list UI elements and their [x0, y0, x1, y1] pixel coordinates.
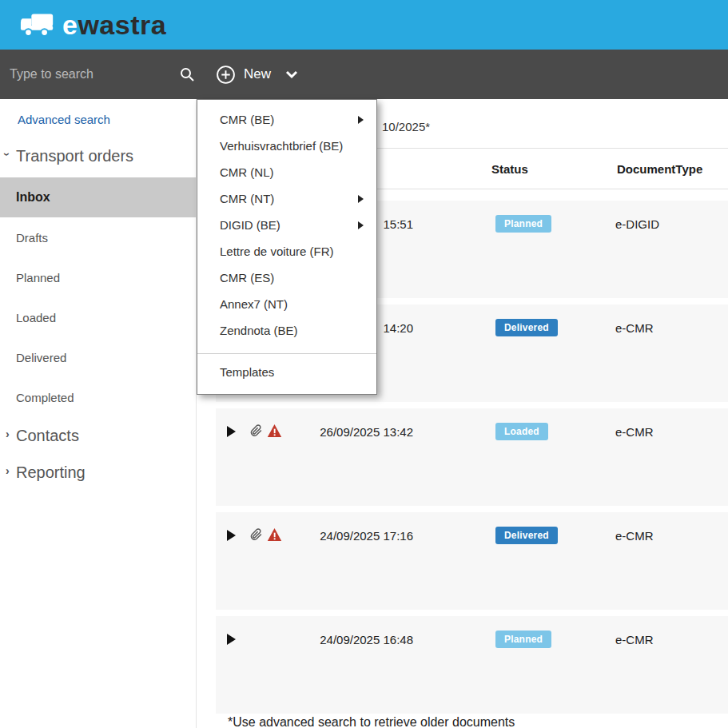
row-expander-icon[interactable]: [227, 530, 236, 541]
row-documenttype: e-DIGID: [615, 217, 659, 231]
sidebar-section-contacts[interactable]: › Contacts: [0, 417, 196, 454]
status-badge: Loaded: [495, 423, 548, 440]
menu-item-cmr-be-[interactable]: CMR (BE): [197, 106, 376, 133]
row-expander-icon[interactable]: [227, 634, 236, 645]
submenu-arrow-icon: [358, 195, 364, 203]
menu-item-digid-be-[interactable]: DIGID (BE): [197, 212, 376, 238]
search-box[interactable]: [0, 50, 197, 99]
new-dropdown-menu: CMR (BE) Verhuisvrachtbrief (BE) CMR (NL…: [197, 99, 377, 395]
app-header: ewastra: [0, 0, 728, 50]
menu-item-label: Lettre de voiture (FR): [220, 245, 334, 258]
sidebar-section-transport-orders[interactable]: › Transport orders: [0, 137, 196, 174]
chevron-down-icon[interactable]: [285, 70, 298, 79]
menu-item-label: CMR (BE): [220, 113, 274, 126]
truck-logo-icon: [19, 10, 56, 39]
contacts-label: Contacts: [16, 427, 79, 445]
menu-item-label: CMR (ES): [220, 271, 274, 284]
brand-wordmark-rest: wastra: [78, 10, 166, 40]
sidebar-item-label: Inbox: [16, 190, 50, 205]
advanced-search-link[interactable]: Advanced search: [18, 113, 110, 126]
menu-item-verhuisvrachtbrief-be-[interactable]: Verhuisvrachtbrief (BE): [197, 133, 376, 159]
column-header-documenttype: DocumentType: [617, 162, 702, 176]
table-row[interactable]: 24/09/2025 16:48 Planned e-CMR: [216, 616, 728, 714]
menu-item-label: CMR (NL): [220, 165, 274, 179]
status-badge: Delivered: [495, 527, 558, 544]
row-datetime: 24/09/2025 16:48: [288, 633, 413, 646]
paperclip-icon: [249, 424, 263, 440]
sidebar-item-label: Drafts: [16, 231, 48, 245]
advanced-search-footnote: *Use advanced search to retrieve older d…: [228, 715, 515, 728]
sidebar-item-label: Completed: [16, 391, 74, 404]
row-documenttype: e-CMR: [615, 633, 654, 646]
menu-item-label: Annex7 (NT): [220, 297, 288, 311]
menu-item-label: CMR (NT): [220, 192, 274, 205]
sidebar-item-drafts[interactable]: Drafts: [0, 217, 196, 257]
menu-item-annex7-nt-[interactable]: Annex7 (NT): [197, 291, 376, 317]
chevron-collapsed-icon: ›: [6, 428, 10, 440]
reporting-label: Reporting: [16, 463, 86, 482]
sidebar-item-delivered[interactable]: Delivered: [0, 337, 196, 377]
row-datetime: 26/09/2025 13:42: [288, 425, 413, 439]
menu-item-label: Verhuisvrachtbrief (BE): [220, 139, 343, 153]
status-badge: Planned: [495, 631, 551, 648]
new-menu-list: CMR (BE) Verhuisvrachtbrief (BE) CMR (NL…: [197, 106, 376, 344]
brand-logo: ewastra: [19, 10, 166, 39]
menu-item-templates[interactable]: Templates: [197, 354, 376, 389]
sidebar-item-label: Delivered: [16, 351, 66, 364]
sidebar-item-label: Loaded: [16, 311, 56, 324]
menu-item-cmr-nt-[interactable]: CMR (NT): [197, 185, 376, 212]
chevron-collapsed-icon: ›: [6, 465, 10, 476]
sidebar-item-loaded[interactable]: Loaded: [0, 297, 196, 337]
table-row[interactable]: 26/09/2025 13:42 Loaded e-CMR: [216, 408, 728, 506]
menu-item-lettre-de-voiture-fr-[interactable]: Lettre de voiture (FR): [197, 238, 376, 265]
menu-item-cmr-es-[interactable]: CMR (ES): [197, 265, 376, 291]
sidebar-item-inbox[interactable]: Inbox: [0, 177, 196, 217]
new-button[interactable]: New: [216, 65, 298, 85]
sidebar-section-reporting[interactable]: › Reporting: [0, 454, 196, 491]
search-icon[interactable]: [180, 67, 194, 82]
status-badge: Planned: [495, 215, 551, 233]
paperclip-icon: [249, 527, 263, 544]
sidebar: Advanced search › Transport orders Inbox…: [0, 99, 197, 728]
row-documenttype: e-CMR: [615, 425, 654, 439]
row-datetime: 24/09/2025 17:16: [288, 529, 413, 543]
sidebar-item-completed[interactable]: Completed: [0, 377, 196, 417]
status-badge: Delivered: [495, 319, 558, 336]
warning-icon: [267, 527, 282, 545]
brand-wordmark: ewastra: [62, 11, 166, 38]
table-row[interactable]: 24/09/2025 17:16 Delivered e-CMR: [216, 512, 728, 610]
row-expander-icon[interactable]: [227, 426, 236, 437]
chevron-expanded-icon: ›: [2, 153, 13, 157]
transport-orders-list: Inbox Drafts Planned Loaded Delivered Co…: [0, 177, 196, 417]
brand-wordmark-e: e: [62, 10, 78, 40]
menu-item-cmr-nl-[interactable]: CMR (NL): [197, 159, 376, 185]
submenu-arrow-icon: [358, 116, 364, 124]
sidebar-item-planned[interactable]: Planned: [0, 257, 196, 297]
transport-orders-label: Transport orders: [16, 147, 133, 165]
column-header-status: Status: [491, 162, 528, 176]
menu-item-label: Zendnota (BE): [220, 324, 298, 337]
toolbar: New: [0, 50, 728, 99]
date-range-note: 10/2025*: [382, 120, 430, 133]
row-documenttype: e-CMR: [615, 529, 654, 543]
submenu-arrow-icon: [358, 221, 364, 229]
sidebar-item-label: Planned: [16, 271, 60, 284]
search-input[interactable]: [10, 67, 175, 82]
menu-item-label: DIGID (BE): [220, 218, 280, 232]
warning-icon: [267, 424, 282, 441]
row-documenttype: e-CMR: [615, 321, 654, 335]
plus-circle-icon: [216, 65, 236, 85]
new-button-label: New: [244, 66, 271, 82]
menu-item-zendnota-be-[interactable]: Zendnota (BE): [197, 317, 376, 344]
